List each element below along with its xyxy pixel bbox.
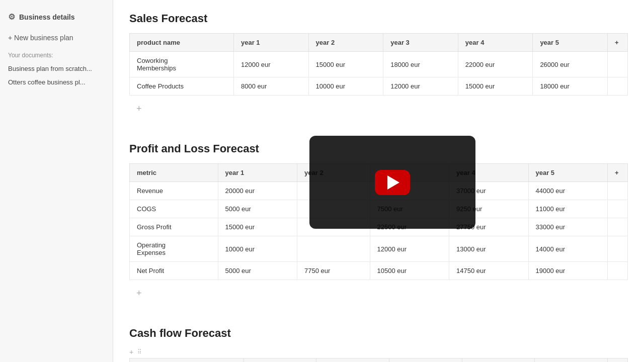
add-row-button[interactable]: + (136, 286, 142, 301)
sales-forecast-title: Sales Forecast (129, 12, 628, 25)
add-column-button[interactable]: + (608, 164, 628, 182)
table-row: CoworkingMemberships 12000 eur 15000 eur… (130, 52, 628, 77)
cf-col-y5: year 5 (535, 358, 608, 363)
cell-y3[interactable]: 18000 eur (383, 52, 458, 77)
cell-y5[interactable]: 14000 eur (528, 236, 608, 262)
cell-empty (608, 262, 628, 280)
cell-y2[interactable] (297, 236, 370, 262)
cashflow-controls: + ⠿ (129, 348, 628, 356)
add-column-button[interactable]: + (608, 34, 628, 52)
cell-metric[interactable]: COGS (130, 200, 218, 218)
cell-y5[interactable]: 33000 eur (528, 218, 608, 236)
cell-product[interactable]: CoworkingMemberships (130, 52, 234, 77)
cell-y4[interactable]: 13000 eur (449, 236, 528, 262)
cell-y1[interactable]: 10000 eur (218, 236, 297, 262)
cashflow-table: description year 1 year 2 year 3 year 4 … (129, 358, 628, 362)
cell-metric[interactable]: Revenue (130, 182, 218, 200)
pl-col-y1: year 1 (218, 164, 297, 182)
cell-y5[interactable]: 19000 eur (528, 262, 608, 280)
sf-col-y5: year 5 (533, 34, 608, 52)
sidebar: ⚙ Business details + New business plan Y… (0, 0, 113, 362)
cell-y1[interactable]: 12000 eur (234, 52, 309, 77)
cell-y3[interactable]: 12000 eur (383, 77, 458, 96)
cell-y5[interactable]: 44000 eur (528, 182, 608, 200)
cf-col-y2: year 2 (316, 358, 389, 363)
cell-empty (608, 77, 628, 96)
sf-col-y1: year 1 (234, 34, 309, 52)
cell-y4[interactable]: 15000 eur (458, 77, 533, 96)
cell-y3[interactable]: 12000 eur (370, 236, 449, 262)
table-row: Coffee Products 8000 eur 10000 eur 12000… (130, 77, 628, 96)
main-content: Sales Forecast product name year 1 year … (113, 0, 644, 362)
table-row: Net Profit 5000 eur 7750 eur 10500 eur 1… (130, 262, 628, 280)
cell-y5[interactable]: 26000 eur (533, 52, 608, 77)
sales-forecast-table: product name year 1 year 2 year 3 year 4… (129, 33, 628, 96)
cell-empty (608, 182, 628, 200)
sf-col-y2: year 2 (308, 34, 383, 52)
cashflow-section: Cash flow Forecast + ⠿ description year … (129, 327, 628, 362)
cell-empty (608, 218, 628, 236)
gear-icon: ⚙ (8, 12, 15, 22)
cell-y2[interactable]: 7750 eur (297, 262, 370, 280)
cell-metric[interactable]: Net Profit (130, 262, 218, 280)
cell-metric[interactable]: Gross Profit (130, 218, 218, 236)
cell-y5[interactable]: 11000 eur (528, 200, 608, 218)
documents-label: Your documents: (0, 46, 113, 62)
cell-y1[interactable]: 20000 eur (218, 182, 297, 200)
cell-y2[interactable]: 10000 eur (308, 77, 383, 96)
cashflow-title: Cash flow Forecast (129, 327, 628, 340)
sidebar-item-doc2[interactable]: Otters coffee business pl... (0, 75, 113, 89)
sidebar-header: ⚙ Business details (0, 8, 113, 30)
pl-col-metric: metric (130, 164, 218, 182)
cell-y2[interactable]: 15000 eur (308, 52, 383, 77)
cf-col-description: description (130, 358, 244, 363)
add-row-button[interactable]: + (136, 102, 142, 116)
sf-col-product: product name (130, 34, 234, 52)
add-section-button[interactable]: + (129, 348, 133, 356)
sf-col-y4: year 4 (458, 34, 533, 52)
new-plan-button[interactable]: + New business plan (0, 30, 113, 46)
cf-col-y1: year 1 (244, 358, 316, 363)
cell-y1[interactable]: 5000 eur (218, 262, 297, 280)
cf-col-y3: year 3 (389, 358, 462, 363)
cell-y5[interactable]: 18000 eur (533, 77, 608, 96)
youtube-overlay[interactable] (309, 136, 475, 229)
pl-col-y5: year 5 (528, 164, 608, 182)
cell-product[interactable]: Coffee Products (130, 77, 234, 96)
play-triangle-icon (387, 175, 399, 190)
drag-handle[interactable]: ⠿ (137, 348, 142, 355)
cell-y4[interactable]: 22000 eur (458, 52, 533, 77)
sidebar-item-doc1[interactable]: Business plan from scratch... (0, 62, 113, 75)
sf-col-y3: year 3 (383, 34, 458, 52)
sidebar-title: Business details (19, 13, 75, 21)
youtube-play-button[interactable] (375, 170, 410, 195)
cell-metric[interactable]: OperatingExpenses (130, 236, 218, 262)
cell-empty (608, 52, 628, 77)
cell-y1[interactable]: 15000 eur (218, 218, 297, 236)
cell-empty (608, 236, 628, 262)
sales-forecast-section: Sales Forecast product name year 1 year … (129, 12, 628, 126)
cell-y4[interactable]: 14750 eur (449, 262, 528, 280)
cell-y1[interactable]: 8000 eur (234, 77, 309, 96)
table-row: OperatingExpenses 10000 eur 12000 eur 13… (130, 236, 628, 262)
cell-empty (608, 200, 628, 218)
cf-col-y4: year 4 (462, 358, 535, 363)
cell-y1[interactable]: 5000 eur (218, 200, 297, 218)
cell-y3[interactable]: 10500 eur (370, 262, 449, 280)
add-column-button[interactable]: + (608, 358, 628, 363)
